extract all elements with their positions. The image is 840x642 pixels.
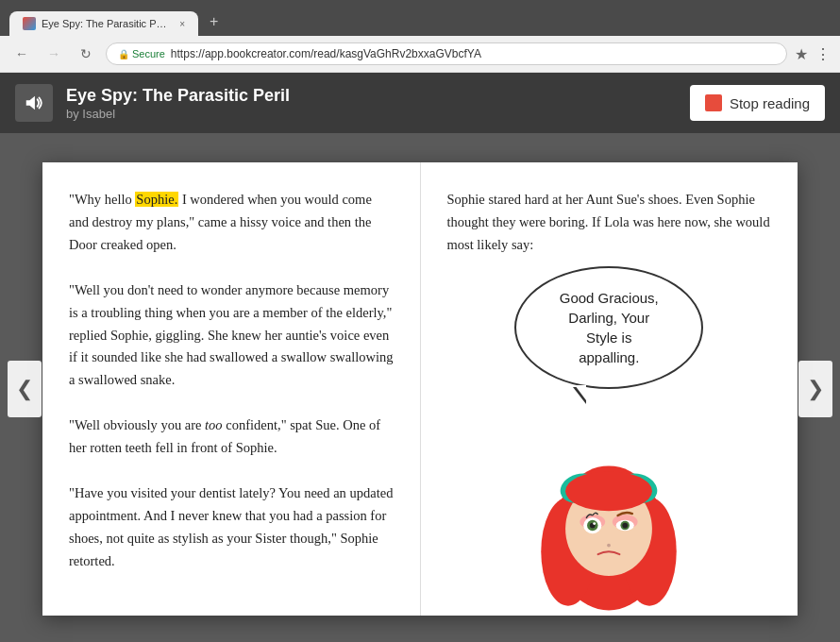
lock-icon: 🔒 <box>118 49 129 59</box>
prev-page-button[interactable]: ❮ <box>8 361 42 417</box>
new-tab-button[interactable]: + <box>200 8 227 36</box>
nav-bar: ← → ↻ 🔒 Secure https://app.bookcreator.c… <box>0 36 840 73</box>
next-page-button[interactable]: ❯ <box>798 361 832 417</box>
paragraph-4: "Have you visited your dentist lately? Y… <box>69 482 394 573</box>
paragraph-2: "Well you don't need to wonder anymore b… <box>69 279 394 393</box>
highlight-sophie: Sophie. <box>135 192 178 207</box>
tab-favicon <box>23 17 36 30</box>
main-content: ❮ "Why hello Sophie. I wondered when you… <box>0 133 840 642</box>
book-author: by Isabel <box>66 107 290 121</box>
tab-title: Eye Spy: The Parasitic Peril by … <box>42 18 170 29</box>
stop-reading-button[interactable]: Stop reading <box>690 85 825 121</box>
address-bar[interactable]: 🔒 Secure https://app.bookcreator.com/rea… <box>106 42 787 65</box>
forward-button[interactable]: → <box>42 42 66 66</box>
left-page: "Why hello Sophie. I wondered when you w… <box>42 162 421 616</box>
speech-bubble-text: Good Gracious,Darling, YourStyle isappal… <box>560 288 659 367</box>
paragraph-3: "Well obviously you are too confident," … <box>69 414 394 460</box>
svg-point-17 <box>623 522 629 528</box>
stop-icon <box>705 94 722 111</box>
speech-bubble-area: Good Gracious,Darling, YourStyle isappal… <box>447 266 772 389</box>
book-title-area: Eye Spy: The Parasitic Peril by Isabel <box>66 86 290 121</box>
speaker-button[interactable] <box>15 84 53 122</box>
header-left: Eye Spy: The Parasitic Peril by Isabel <box>15 84 290 122</box>
bookmark-button[interactable]: ★ <box>795 45 808 63</box>
tab-close-button[interactable]: × <box>179 19 185 29</box>
back-button[interactable]: ← <box>9 42 34 66</box>
active-tab[interactable]: Eye Spy: The Parasitic Peril by … × <box>9 11 198 36</box>
stop-reading-label: Stop reading <box>730 95 810 111</box>
character-area <box>447 412 772 616</box>
svg-point-18 <box>607 543 611 547</box>
secure-badge: 🔒 Secure <box>118 48 165 59</box>
reload-button[interactable]: ↻ <box>74 42 98 66</box>
svg-point-19 <box>565 471 652 511</box>
right-page-intro: Sophie stared hard at her Aunt Sue's sho… <box>447 189 772 257</box>
left-page-text: "Why hello Sophie. I wondered when you w… <box>69 189 394 573</box>
tab-bar: Eye Spy: The Parasitic Peril by … × + <box>0 0 840 36</box>
svg-point-14 <box>594 522 596 525</box>
left-arrow-icon: ❮ <box>16 377 33 401</box>
character-illustration <box>514 412 703 616</box>
paragraph-1: "Why hello Sophie. I wondered when you w… <box>69 189 394 257</box>
speech-bubble: Good Gracious,Darling, YourStyle isappal… <box>514 266 703 389</box>
speaker-icon <box>24 93 44 113</box>
right-arrow-icon: ❯ <box>807 377 824 401</box>
url-text: https://app.bookcreator.com/read/kasgVaG… <box>171 47 481 60</box>
secure-label: Secure <box>132 48 165 59</box>
svg-marker-0 <box>26 96 35 110</box>
italic-too: too <box>205 417 223 432</box>
right-page: Sophie stared hard at her Aunt Sue's sho… <box>421 162 798 616</box>
app-header: Eye Spy: The Parasitic Peril by Isabel S… <box>0 73 840 133</box>
book-spread: "Why hello Sophie. I wondered when you w… <box>42 162 798 616</box>
browser-menu-button[interactable]: ⋮ <box>815 45 831 63</box>
book-title: Eye Spy: The Parasitic Peril <box>66 86 290 106</box>
